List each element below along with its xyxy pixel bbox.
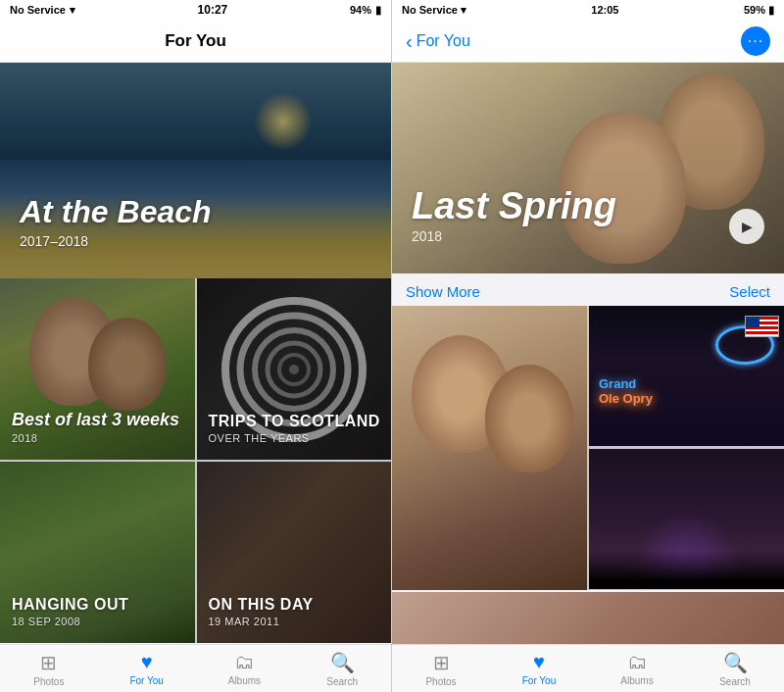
concert-people-silhouette: [589, 550, 784, 589]
photo-girl-selfie[interactable]: [392, 592, 784, 644]
show-more-button[interactable]: Show More: [406, 283, 480, 300]
hero-beach-subtitle: 2017–2018: [20, 233, 212, 249]
more-options-button[interactable]: ···: [741, 26, 770, 56]
couple-photo-bg: [392, 306, 587, 590]
right-nav-bar: ‹ For You ···: [392, 20, 784, 63]
right-battery-percent: 59%: [744, 4, 765, 16]
memory-cell-scotland[interactable]: TRIPS TO SCOTLAND OVER THE YEARS: [197, 278, 392, 460]
right-photo-grid: Grand Ole Opry: [392, 306, 784, 590]
concert-photo-bg: [589, 449, 784, 589]
cell-sub-scotland: OVER THE YEARS: [209, 432, 380, 444]
play-button[interactable]: ▶: [729, 209, 764, 244]
hero-memory-text: Last Spring 2018: [412, 187, 616, 244]
more-dots-icon: ···: [748, 32, 763, 50]
right-tab-for-you-label: For You: [522, 675, 556, 686]
cell-text-best-of: Best of last 3 weeks 2018: [12, 410, 179, 444]
memory-cell-hanging[interactable]: HANGING OUT 18 SEP 2008: [0, 462, 195, 643]
bottom-photo-row: [392, 592, 784, 644]
right-battery-icon: ▮: [768, 4, 774, 16]
select-button[interactable]: Select: [729, 283, 770, 300]
right-photos-icon: ⊞: [433, 651, 450, 674]
cell-text-scotland: TRIPS TO SCOTLAND OVER THE YEARS: [209, 413, 380, 444]
cell-title-best-of: Best of last 3 weeks: [12, 410, 179, 430]
right-status-left: No Service ▾: [402, 4, 466, 17]
photo-neon-sign[interactable]: Grand Ole Opry: [589, 306, 784, 446]
left-status-bar: No Service ▾ 10:27 94% ▮: [0, 0, 391, 20]
cell-title-scotland: TRIPS TO SCOTLAND: [209, 413, 380, 430]
neon-photo-bg: Grand Ole Opry: [589, 306, 784, 446]
tab-albums[interactable]: 🗂 Albums: [196, 651, 294, 686]
neon-sign-text: Grand Ole Opry: [599, 376, 653, 407]
left-phone-panel: No Service ▾ 10:27 94% ▮ For You At the …: [0, 0, 392, 692]
left-page-title: For You: [165, 31, 226, 51]
hero-memory-subtitle: 2018: [412, 228, 616, 244]
us-flag: [745, 316, 779, 337]
cell-sub-best-of: 2018: [12, 432, 179, 444]
right-tab-photos[interactable]: ⊞ Photos: [392, 651, 490, 687]
cell-title-on-this-day: ON THIS DAY: [209, 596, 314, 614]
tab-albums-label: Albums: [228, 675, 261, 686]
memory-grid: Best of last 3 weeks 2018: [0, 278, 391, 643]
for-you-icon: ♥: [141, 651, 153, 673]
hero-beach-title: At the Beach: [20, 195, 212, 229]
couple-face-2: [485, 365, 573, 472]
right-tab-bar: ⊞ Photos ♥ For You 🗂 Albums 🔍 Search: [392, 644, 784, 692]
right-tab-albums[interactable]: 🗂 Albums: [588, 651, 686, 686]
right-tab-search-label: Search: [719, 676, 751, 687]
right-wifi-icon: ▾: [461, 4, 466, 16]
right-phone-panel: No Service ▾ 12:05 59% ▮ ‹ For You ··· L…: [392, 0, 784, 692]
hero-beach-card[interactable]: At the Beach 2017–2018: [0, 63, 391, 278]
left-scroll-content[interactable]: At the Beach 2017–2018 Best of last 3 we…: [0, 63, 391, 644]
right-search-icon: 🔍: [723, 651, 748, 674]
right-for-you-icon: ♥: [533, 651, 545, 673]
battery-percent: 94%: [350, 4, 371, 16]
right-tab-for-you[interactable]: ♥ For You: [490, 651, 588, 686]
photo-couple-selfie[interactable]: [392, 306, 587, 590]
tab-for-you-label: For You: [129, 675, 163, 686]
cell-sub-on-this-day: 19 MAR 2011: [209, 616, 314, 627]
flag-canton: [746, 317, 760, 327]
right-tab-albums-label: Albums: [620, 675, 653, 686]
back-label: For You: [416, 32, 470, 50]
neon-line2: Ole Opry: [599, 391, 653, 406]
memory-cell-on-this-day[interactable]: ON THIS DAY 19 MAR 2011: [197, 462, 392, 643]
wifi-icon: ▾: [70, 4, 75, 17]
hero-last-spring[interactable]: Last Spring 2018 ▶: [392, 63, 784, 273]
left-status-left: No Service ▾: [10, 4, 75, 17]
action-row: Show More Select: [392, 273, 784, 306]
right-battery-area: 59% ▮: [744, 4, 774, 17]
right-tab-photos-label: Photos: [425, 676, 456, 687]
right-tab-search[interactable]: 🔍 Search: [686, 651, 784, 687]
photo-concert[interactable]: [589, 449, 784, 589]
cell-sub-hanging: 18 SEP 2008: [12, 616, 128, 627]
left-battery-area: 94% ▮: [350, 4, 381, 17]
memory-cell-best-of[interactable]: Best of last 3 weeks 2018: [0, 278, 195, 460]
hero-memory-title: Last Spring: [412, 187, 616, 224]
right-no-service-label: No Service: [402, 4, 458, 16]
tab-search-label: Search: [326, 676, 358, 687]
right-scroll-content[interactable]: Last Spring 2018 ▶ Show More Select: [392, 63, 784, 644]
left-nav-bar: For You: [0, 20, 391, 63]
search-icon: 🔍: [330, 651, 355, 674]
tab-photos-label: Photos: [33, 676, 64, 687]
tab-photos[interactable]: ⊞ Photos: [0, 651, 98, 687]
back-button[interactable]: ‹ For You: [406, 31, 470, 51]
albums-icon: 🗂: [234, 651, 254, 673]
neon-line1: Grand: [599, 376, 636, 391]
girl-photo-bg: [392, 592, 784, 644]
right-albums-icon: 🗂: [627, 651, 647, 673]
back-chevron-icon: ‹: [406, 31, 413, 51]
battery-icon: ▮: [375, 4, 381, 17]
photos-icon: ⊞: [40, 651, 57, 674]
right-time: 12:05: [591, 4, 618, 16]
left-tab-bar: ⊞ Photos ♥ For You 🗂 Albums 🔍 Search: [0, 644, 391, 692]
cell-title-hanging: HANGING OUT: [12, 596, 128, 614]
right-status-bar: No Service ▾ 12:05 59% ▮: [392, 0, 784, 20]
hero-beach-text: At the Beach 2017–2018: [20, 195, 212, 249]
no-service-label: No Service: [10, 4, 66, 16]
tab-for-you[interactable]: ♥ For You: [98, 651, 196, 686]
left-time: 10:27: [198, 3, 228, 17]
tab-search[interactable]: 🔍 Search: [293, 651, 391, 687]
cell-text-on-this-day: ON THIS DAY 19 MAR 2011: [209, 596, 314, 627]
cell-text-hanging: HANGING OUT 18 SEP 2008: [12, 596, 128, 627]
